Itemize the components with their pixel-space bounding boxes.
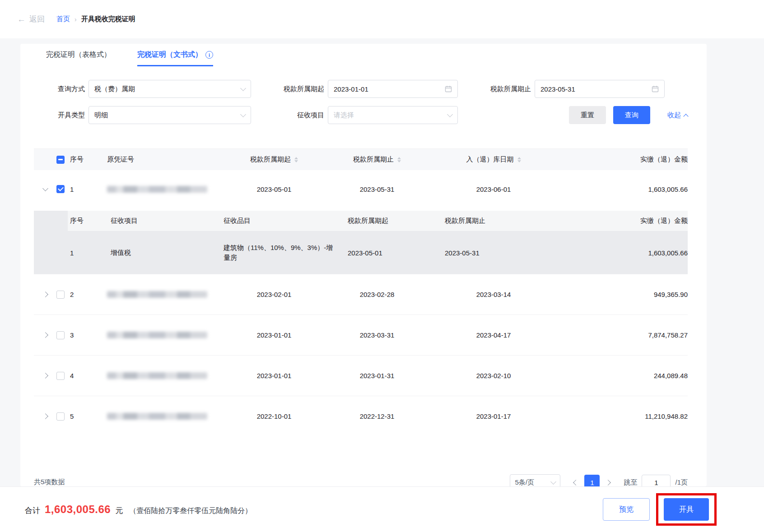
content-region: 完税证明（表格式） 完税证明（文书式） i 查询方式 税（费）属期 税款所属期起… bbox=[0, 38, 764, 486]
period-end-input[interactable]: 2023-05-31 bbox=[535, 80, 665, 98]
tab-document-label: 完税证明（文书式） bbox=[137, 50, 202, 60]
row-checkbox[interactable] bbox=[56, 412, 65, 421]
detail-period-end: 2023-05-31 bbox=[445, 249, 577, 257]
entry-date-column-header[interactable]: 入（退）库日期 bbox=[431, 155, 556, 164]
detail-subtable: 序号 征收项目 征收品目 税款所属期起 税款所属期止 实缴（退）金额 1 增值税… bbox=[68, 211, 688, 274]
back-label: 返回 bbox=[29, 14, 45, 24]
prev-page-icon[interactable] bbox=[573, 480, 579, 486]
row-period-end: 2023-02-28 bbox=[323, 291, 431, 298]
period-start-column-header[interactable]: 税款所属期起 bbox=[225, 155, 323, 164]
detail-period-end-header: 税款所属期止 bbox=[445, 217, 577, 225]
issue-button[interactable]: 开具 bbox=[664, 498, 709, 521]
table-row: 4 2023-01-01 2023-01-31 2023-02-10 244,0… bbox=[34, 355, 688, 396]
row-amount: 11,210,948.82 bbox=[556, 412, 688, 420]
period-start-input[interactable]: 2023-01-01 bbox=[328, 80, 458, 98]
total-line: 合计 1,603,005.66 元 （壹佰陆拾万零叁仟零伍元陆角陆分） bbox=[25, 503, 252, 516]
page-size-select[interactable]: 5条/页 bbox=[510, 474, 560, 486]
table-row: 1 2023-05-01 2023-05-31 2023-06-01 1,603… bbox=[34, 170, 688, 208]
chevron-down-icon bbox=[240, 85, 246, 91]
expand-row-icon[interactable] bbox=[42, 373, 48, 379]
period-end-column-header[interactable]: 税款所属期止 bbox=[323, 155, 431, 164]
sort-icon[interactable] bbox=[294, 157, 298, 162]
tab-certificate-tabular[interactable]: 完税证明（表格式） bbox=[46, 50, 111, 65]
index-header-label: 序号 bbox=[70, 155, 84, 164]
filter-row-2: 开具类型 明细 征收项目 请选择 重置 查询 收起 bbox=[45, 106, 688, 124]
tab-bar: 完税证明（表格式） 完税证明（文书式） i bbox=[20, 50, 707, 68]
row-amount: 1,603,005.66 bbox=[556, 185, 688, 193]
row-checkbox[interactable] bbox=[56, 372, 65, 380]
row-index: 5 bbox=[70, 412, 74, 420]
reset-button[interactable]: 重置 bbox=[569, 106, 606, 124]
total-unit: 元 bbox=[115, 505, 123, 516]
row-index: 3 bbox=[70, 331, 74, 339]
top-bar: ← 返回 首页 › 开具税收完税证明 bbox=[0, 0, 764, 38]
voucher-number-redacted bbox=[107, 291, 207, 298]
pagination-total: 共5项数据 bbox=[34, 474, 65, 486]
row-period-end: 2023-03-31 bbox=[323, 331, 431, 339]
jump-label: 跳至 bbox=[624, 478, 637, 487]
sort-icon[interactable] bbox=[517, 157, 521, 162]
row-checkbox[interactable] bbox=[56, 185, 65, 193]
row-amount: 244,089.48 bbox=[556, 372, 688, 379]
select-all-checkbox[interactable] bbox=[56, 156, 65, 164]
chevron-down-icon bbox=[240, 111, 246, 117]
collapse-link[interactable]: 收起 bbox=[667, 111, 688, 120]
search-button[interactable]: 查询 bbox=[613, 106, 650, 124]
row-period-start: 2022-10-01 bbox=[225, 412, 323, 420]
query-mode-select[interactable]: 税（费）属期 bbox=[89, 80, 251, 98]
expand-row-icon[interactable] bbox=[42, 332, 48, 338]
row-amount: 949,365.90 bbox=[556, 291, 688, 298]
expand-row-icon[interactable] bbox=[42, 413, 48, 419]
collapse-label: 收起 bbox=[667, 111, 681, 120]
row-checkbox[interactable] bbox=[56, 331, 65, 339]
voucher-column-header: 原凭证号 bbox=[107, 155, 225, 164]
pagination: 共5项数据 5条/页 1 跳至 1 /1页 bbox=[20, 474, 707, 486]
info-icon[interactable]: i bbox=[205, 51, 213, 59]
jump-page-input[interactable]: 1 bbox=[642, 475, 671, 486]
issue-type-select[interactable]: 明细 bbox=[89, 106, 251, 124]
filter-buttons: 重置 查询 收起 bbox=[569, 106, 688, 124]
detail-period-start-header: 税款所属期起 bbox=[348, 217, 445, 225]
table-row: 2 2023-02-01 2023-02-28 2023-03-14 949,3… bbox=[34, 274, 688, 315]
row-period-start: 2023-01-01 bbox=[225, 372, 323, 379]
breadcrumb-home[interactable]: 首页 bbox=[56, 15, 70, 23]
issue-type-label: 开具类型 bbox=[45, 111, 85, 120]
sort-icon[interactable] bbox=[397, 157, 401, 162]
levy-item-select[interactable]: 请选择 bbox=[328, 106, 458, 124]
back-link[interactable]: ← 返回 bbox=[17, 14, 45, 24]
tab-certificate-document[interactable]: 完税证明（文书式） i bbox=[137, 50, 213, 66]
next-page-icon[interactable] bbox=[606, 480, 611, 486]
row-amount: 7,874,758.27 bbox=[556, 331, 688, 339]
row-entry-date: 2023-03-14 bbox=[431, 291, 556, 298]
row-detail-panel: 序号 征收项目 征收品目 税款所属期起 税款所属期止 实缴（退）金额 1 增值税… bbox=[34, 211, 688, 274]
preview-button[interactable]: 预览 bbox=[603, 498, 650, 521]
row-checkbox[interactable] bbox=[56, 291, 65, 299]
page-jump: 跳至 1 /1页 bbox=[624, 475, 688, 486]
filter-row-1: 查询方式 税（费）属期 税款所属期起 2023-01-01 税款所属期止 bbox=[45, 80, 688, 98]
index-column-header: 序号 bbox=[56, 155, 107, 164]
detail-amount: 1,603,005.66 bbox=[577, 249, 688, 257]
chevron-down-icon bbox=[551, 479, 557, 485]
expand-row-icon[interactable] bbox=[42, 291, 48, 297]
footer-actions: 预览 开具 bbox=[603, 493, 717, 526]
footer-bar: 合计 1,603,005.66 元 （壹佰陆拾万零叁仟零伍元陆角陆分） 预览 开… bbox=[0, 486, 764, 532]
period-start-label: 税款所属期起 bbox=[274, 85, 324, 93]
current-page-button[interactable]: 1 bbox=[584, 475, 600, 486]
filter-form: 查询方式 税（费）属期 税款所属期起 2023-01-01 税款所属期止 bbox=[20, 80, 707, 124]
voucher-number-redacted bbox=[107, 332, 207, 338]
results-table: 序号 原凭证号 税款所属期起 税款所属期止 入（退）库日期 实缴（退）金额 bbox=[20, 148, 707, 436]
total-amount-in-words: （壹佰陆拾万零叁仟零伍元陆角陆分） bbox=[129, 506, 252, 516]
total-label: 合计 bbox=[25, 505, 40, 516]
row-entry-date: 2023-06-01 bbox=[431, 185, 556, 193]
period-start-value: 2023-01-01 bbox=[334, 85, 368, 93]
period-end-label: 税款所属期止 bbox=[480, 85, 531, 93]
annotation-highlight-box: 开具 bbox=[656, 493, 717, 526]
row-period-start: 2023-05-01 bbox=[225, 185, 323, 193]
detail-levy-item: 增值税 bbox=[111, 249, 224, 257]
table-row: 3 2023-01-01 2023-03-31 2023-04-17 7,874… bbox=[34, 315, 688, 355]
detail-period-start: 2023-05-01 bbox=[348, 249, 445, 257]
voucher-number-redacted bbox=[107, 186, 207, 193]
collapse-row-icon[interactable] bbox=[42, 185, 48, 191]
total-pages-label: /1页 bbox=[675, 478, 688, 487]
breadcrumb-separator: › bbox=[75, 16, 77, 23]
